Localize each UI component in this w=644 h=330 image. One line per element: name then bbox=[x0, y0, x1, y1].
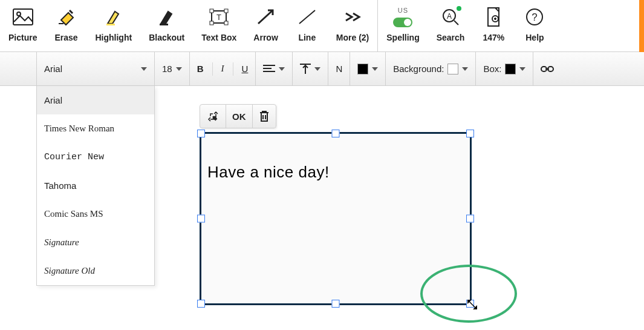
erase-label: Erase bbox=[54, 33, 77, 42]
chevron-down-icon bbox=[176, 67, 182, 71]
font-option-times[interactable]: Times New Roman bbox=[37, 114, 154, 143]
svg-rect-7 bbox=[210, 21, 213, 25]
link-button[interactable] bbox=[533, 52, 561, 85]
normal-button[interactable]: N bbox=[328, 52, 350, 85]
resize-handle-w[interactable] bbox=[197, 215, 205, 223]
chevron-down-icon bbox=[519, 67, 525, 71]
textbox-element[interactable]: Have a nice day! bbox=[200, 132, 472, 305]
font-option-arial[interactable]: Arial bbox=[37, 86, 154, 114]
valign-select[interactable] bbox=[293, 52, 328, 85]
italic-button[interactable]: I bbox=[221, 64, 224, 74]
line-icon bbox=[295, 5, 319, 29]
svg-text:T: T bbox=[216, 13, 221, 22]
background-color-select[interactable]: Background: bbox=[386, 52, 476, 85]
search-button[interactable]: A Search bbox=[428, 0, 473, 51]
help-icon: ? bbox=[522, 5, 547, 29]
resize-handle-s[interactable] bbox=[332, 300, 340, 308]
bold-button[interactable]: B bbox=[197, 64, 204, 74]
resize-handle-sw[interactable] bbox=[197, 300, 205, 308]
spelling-icon: US bbox=[391, 5, 415, 29]
background-color-swatch bbox=[447, 64, 458, 74]
svg-rect-6 bbox=[224, 9, 228, 13]
blackout-label: Blackout bbox=[149, 33, 184, 42]
search-label: Search bbox=[437, 33, 465, 42]
link-icon bbox=[541, 65, 554, 73]
font-option-signature[interactable]: Signature bbox=[37, 228, 154, 257]
textbox-icon: T bbox=[207, 5, 231, 29]
box-label: Box: bbox=[483, 64, 501, 74]
line-button[interactable]: Line bbox=[287, 0, 328, 51]
font-size-value: 18 bbox=[162, 64, 172, 74]
trash-icon bbox=[259, 110, 270, 122]
align-icon bbox=[263, 64, 275, 74]
highlight-label: Highlight bbox=[95, 33, 132, 42]
move-button[interactable] bbox=[200, 105, 226, 128]
erase-icon bbox=[54, 5, 78, 29]
arrow-label: Arrow bbox=[253, 33, 278, 42]
more-icon bbox=[340, 5, 365, 29]
font-option-tahoma[interactable]: Tahoma bbox=[37, 171, 154, 200]
resize-handle-ne[interactable] bbox=[466, 130, 474, 137]
svg-rect-8 bbox=[224, 21, 228, 25]
spelling-toggle[interactable] bbox=[393, 18, 412, 27]
highlight-button[interactable]: Highlight bbox=[86, 0, 140, 51]
picture-button[interactable]: Picture bbox=[0, 0, 45, 51]
chevron-down-icon bbox=[279, 67, 285, 71]
highlight-icon bbox=[102, 5, 126, 29]
zoom-icon bbox=[481, 5, 506, 29]
font-option-comic[interactable]: Comic Sans MS bbox=[37, 200, 154, 228]
background-label: Background: bbox=[393, 64, 444, 74]
svg-text:A: A bbox=[447, 12, 452, 21]
resize-handle-nw[interactable] bbox=[197, 130, 205, 137]
ok-button[interactable]: OK bbox=[226, 105, 252, 128]
underline-button[interactable]: U bbox=[242, 64, 249, 74]
help-label: Help bbox=[525, 33, 544, 42]
font-family-dropdown: Arial Times New Roman Courier New Tahoma… bbox=[36, 86, 155, 286]
format-toolbar: Arial 18 B I U N Background: Box: bbox=[0, 52, 644, 86]
picture-icon bbox=[11, 5, 35, 29]
textbox-label: Text Box bbox=[201, 33, 236, 42]
text-color-select[interactable] bbox=[350, 52, 386, 85]
resize-handle-se[interactable] bbox=[466, 300, 474, 308]
svg-rect-2 bbox=[106, 24, 115, 25]
font-option-courier[interactable]: Courier New bbox=[37, 143, 154, 171]
search-status-dot bbox=[457, 6, 461, 11]
more-button[interactable]: More (2) bbox=[328, 0, 377, 51]
right-edge-accent bbox=[639, 0, 644, 52]
font-family-value: Arial bbox=[44, 64, 62, 74]
chevron-down-icon bbox=[141, 67, 147, 71]
align-select[interactable] bbox=[256, 52, 293, 85]
valign-icon bbox=[300, 63, 311, 75]
svg-rect-5 bbox=[210, 9, 213, 13]
picture-label: Picture bbox=[8, 33, 37, 42]
help-button[interactable]: ? Help bbox=[514, 0, 555, 51]
chevron-down-icon bbox=[372, 67, 378, 71]
arrow-icon bbox=[254, 5, 278, 29]
erase-button[interactable]: Erase bbox=[45, 0, 86, 51]
textbox-button[interactable]: T Text Box bbox=[193, 0, 245, 51]
spelling-button[interactable]: US Spelling bbox=[378, 0, 428, 51]
delete-button[interactable] bbox=[252, 105, 276, 128]
arrow-button[interactable]: Arrow bbox=[245, 0, 286, 51]
style-group: B I U bbox=[190, 52, 256, 85]
blackout-button[interactable]: Blackout bbox=[140, 0, 193, 51]
font-size-select[interactable]: 18 bbox=[155, 52, 190, 85]
normal-glyph: N bbox=[336, 64, 342, 74]
svg-text:?: ? bbox=[532, 12, 538, 23]
resize-handle-e[interactable] bbox=[466, 215, 474, 223]
spelling-label: Spelling bbox=[386, 33, 419, 42]
font-option-signature-old[interactable]: Signature Old bbox=[37, 257, 154, 285]
chevron-down-icon bbox=[314, 67, 320, 71]
box-color-swatch bbox=[505, 64, 516, 74]
zoom-button[interactable]: 147% bbox=[473, 0, 514, 51]
textbox-content[interactable]: Have a nice day! bbox=[207, 163, 470, 182]
font-family-select[interactable]: Arial bbox=[36, 52, 155, 85]
blackout-icon bbox=[155, 5, 179, 29]
resize-handle-n[interactable] bbox=[332, 130, 340, 137]
zoom-label: 147% bbox=[483, 33, 505, 42]
svg-rect-3 bbox=[160, 24, 168, 25]
move-icon bbox=[206, 110, 220, 123]
textbox-controls: OK bbox=[200, 104, 276, 128]
box-color-select[interactable]: Box: bbox=[476, 52, 533, 85]
svg-rect-0 bbox=[13, 9, 33, 25]
